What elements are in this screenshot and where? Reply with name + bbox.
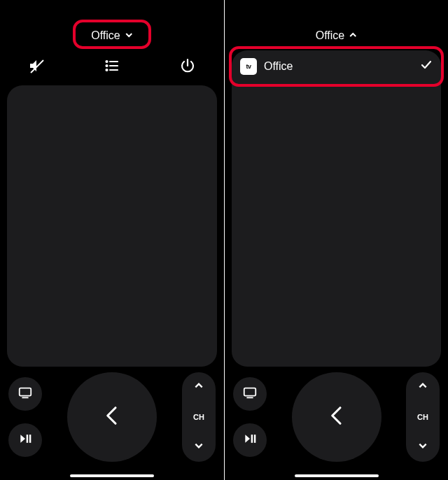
home-indicator	[70, 474, 154, 477]
device-list-item-label: Office	[264, 60, 413, 73]
chevron-up-icon	[418, 381, 428, 393]
power-button[interactable]	[176, 56, 199, 78]
channel-rocker: CH	[406, 372, 440, 462]
play-pause-icon	[18, 432, 32, 449]
svg-rect-14	[254, 435, 256, 443]
touch-surface[interactable]	[232, 50, 441, 367]
screen-right: Office tv Office	[224, 0, 448, 480]
screen-left: Office	[0, 0, 224, 480]
svg-rect-10	[29, 435, 31, 443]
device-selector-label: Office	[91, 29, 120, 42]
mute-icon	[28, 57, 45, 77]
svg-rect-11	[244, 388, 256, 396]
channel-rocker: CH	[182, 372, 216, 462]
tv-button[interactable]	[233, 377, 267, 411]
power-icon	[179, 57, 196, 77]
channel-down-button[interactable]	[418, 441, 428, 453]
svg-point-4	[106, 61, 108, 62]
device-list: tv Office	[232, 50, 441, 83]
list-icon	[104, 57, 120, 77]
svg-point-6	[106, 69, 108, 71]
channel-up-button[interactable]	[194, 381, 204, 393]
back-button[interactable]	[292, 372, 382, 462]
right-button-column: CH	[174, 368, 224, 466]
appletv-icon: tv	[240, 58, 257, 75]
svg-point-5	[106, 65, 108, 66]
device-selector[interactable]: Office	[316, 29, 358, 42]
tv-icon	[242, 385, 258, 403]
chevron-up-icon	[194, 381, 204, 393]
checkmark-icon	[420, 59, 433, 74]
device-selector[interactable]: Office	[91, 29, 133, 42]
chevron-down-icon	[418, 441, 428, 453]
chevron-down-icon	[125, 29, 133, 42]
right-button-column: CH	[398, 368, 448, 466]
top-icon-row	[0, 56, 224, 78]
play-pause-icon	[243, 432, 257, 449]
chevron-down-icon	[194, 441, 204, 453]
channel-down-button[interactable]	[194, 441, 204, 453]
play-pause-button[interactable]	[8, 423, 42, 457]
left-button-column	[0, 368, 50, 466]
chevron-up-icon	[349, 29, 357, 42]
back-button[interactable]	[67, 372, 157, 462]
guide-button[interactable]	[101, 56, 123, 78]
svg-rect-9	[27, 435, 29, 443]
channel-up-button[interactable]	[418, 381, 428, 393]
channel-label: CH	[417, 413, 428, 421]
svg-rect-13	[251, 435, 253, 443]
touch-surface[interactable]	[7, 85, 217, 367]
bottom-controls: CH	[0, 368, 224, 466]
device-selector-label: Office	[316, 29, 345, 42]
bottom-controls: CH	[225, 368, 448, 466]
tv-button[interactable]	[8, 377, 42, 411]
channel-label: CH	[193, 413, 204, 421]
svg-rect-7	[20, 388, 31, 396]
home-indicator	[295, 474, 379, 477]
left-button-column	[225, 368, 275, 466]
play-pause-button[interactable]	[233, 423, 267, 457]
tv-icon	[18, 385, 33, 403]
chevron-left-icon	[102, 404, 122, 430]
device-list-item[interactable]: tv Office	[232, 50, 441, 83]
mute-button[interactable]	[25, 56, 48, 78]
chevron-left-icon	[326, 404, 347, 430]
